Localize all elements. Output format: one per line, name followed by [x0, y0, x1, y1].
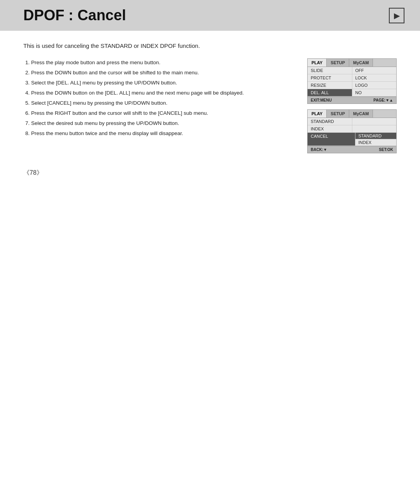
cell-delall: DEL. ALL [308, 89, 352, 96]
intro-text: This is used for canceling the STANDARD … [23, 42, 397, 49]
page-title: DPOF : Cancel [23, 7, 126, 24]
menu-tab-row-2: PLAY SETUP MyCAM [308, 110, 396, 118]
tab-setup-1: SETUP [327, 59, 349, 67]
instruction-6: Press the RIGHT button and the cursor wi… [31, 109, 296, 118]
menu-panel-2: PLAY SETUP MyCAM STANDARD INDEX [307, 109, 397, 153]
instruction-4: Press the DOWN button on the [DEL. ALL] … [31, 89, 296, 98]
instruction-1: Press the play mode button and press the… [31, 58, 296, 67]
cell-standard: STANDARD [308, 118, 352, 125]
tab-mycam-2: MyCAM [349, 110, 373, 118]
menu-row-protect: PROTECT LOCK [308, 74, 396, 82]
cell-slide: SLIDE [308, 67, 352, 74]
menu-footer-1: EXIT:MENU PAGE:▼▲ [308, 97, 396, 104]
page-number: 《78》 [23, 169, 43, 176]
page-footer: 《78》 [0, 169, 420, 177]
submenu-col: STANDARD INDEX [355, 133, 397, 146]
menu-panel-1: PLAY SETUP MyCAM SLIDE OFF PROTECT LOCK … [307, 58, 397, 104]
cell-lock: LOCK [352, 74, 397, 81]
menu-row-cancel: CANCEL STANDARD INDEX [308, 133, 396, 146]
tab-play-1: PLAY [308, 59, 327, 67]
tab-play-2: PLAY [308, 110, 327, 118]
submenu-index: INDEX [355, 139, 397, 146]
page-wrapper: DPOF : Cancel ▶ This is used for canceli… [0, 0, 420, 177]
instruction-2: Press the DOWN button and the cursor wil… [31, 68, 296, 77]
cell-logo: LOGO [352, 82, 397, 89]
menu-footer-2: BACK:▼ SET:OK [308, 146, 396, 153]
cell-off: OFF [352, 67, 397, 74]
cell-index: INDEX [308, 125, 352, 132]
tab-setup-2: SETUP [327, 110, 349, 118]
menu-panels: PLAY SETUP MyCAM SLIDE OFF PROTECT LOCK … [307, 58, 397, 153]
menu-row-resize: RESIZE LOGO [308, 82, 396, 89]
play-mode-icon: ▶ [389, 8, 404, 23]
cell-no: NO [352, 89, 397, 96]
menu-row-index: INDEX [308, 125, 396, 133]
content-area: This is used for canceling the STANDARD … [0, 42, 420, 153]
page-header: DPOF : Cancel ▶ [0, 0, 420, 31]
main-layout: Press the play mode button and press the… [23, 58, 397, 153]
cell-resize: RESIZE [308, 82, 352, 89]
footer-exit: EXIT:MENU [311, 98, 332, 102]
instruction-8: Press the menu button twice and the menu… [31, 129, 296, 138]
instruction-7: Select the desired sub menu by pressing … [31, 119, 296, 128]
footer-back: BACK:▼ [311, 148, 327, 152]
tab-mycam-1: MyCAM [349, 59, 373, 67]
menu-row-standard: STANDARD [308, 118, 396, 125]
instruction-3: Select the [DEL. ALL] menu by pressing t… [31, 79, 296, 88]
instruction-5: Select [CANCEL] menu by pressing the UP/… [31, 99, 296, 108]
cell-cancel: CANCEL [308, 133, 355, 146]
cell-index-empty [352, 125, 397, 132]
footer-set: SET:OK [379, 148, 393, 152]
submenu-standard: STANDARD [355, 133, 397, 139]
menu-tab-row-1: PLAY SETUP MyCAM [308, 59, 396, 67]
footer-page: PAGE:▼▲ [373, 98, 393, 102]
cell-protect: PROTECT [308, 74, 352, 81]
cell-standard-empty [352, 118, 397, 125]
menu-row-slide: SLIDE OFF [308, 67, 396, 74]
instructions: Press the play mode button and press the… [23, 58, 296, 139]
menu-row-delall: DEL. ALL NO [308, 89, 396, 97]
